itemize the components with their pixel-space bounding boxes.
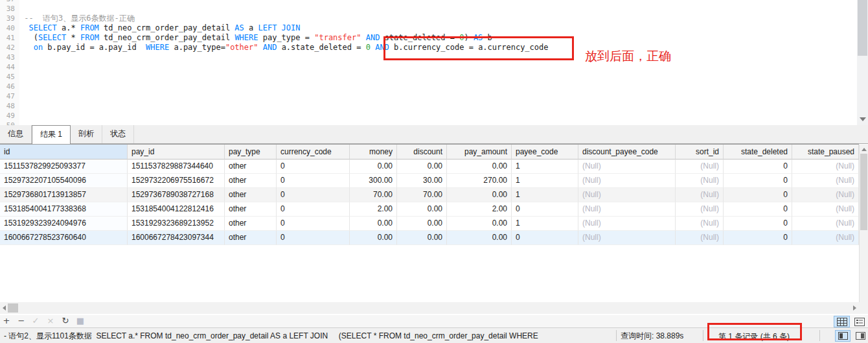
cell-discount[interactable]: 0.00 [397,231,447,245]
cell-money[interactable]: 70.00 [350,188,397,202]
cell-id[interactable]: 1529732207105540096 [0,174,128,188]
cell-discount_payee_code[interactable]: (Null) [578,202,676,217]
cell-currency_code[interactable]: 0 [277,160,350,174]
cell-state_paused[interactable]: (Null) [792,202,859,217]
cell-discount[interactable]: 70.00 [397,188,447,202]
cell-payee_code[interactable]: 1 [512,160,578,174]
cell-id[interactable]: 1531854004177338368 [0,202,128,217]
cell-sort_id[interactable]: (Null) [676,160,724,174]
stop-icon[interactable]: ■ [75,315,86,327]
cell-id[interactable]: 1600667278523760640 [0,231,128,245]
table-row[interactable]: 15318540041773383681531854004122812416ot… [0,202,859,217]
cell-currency_code[interactable]: 0 [277,202,350,217]
cell-state_deleted[interactable]: 0 [724,231,792,245]
tab-剖析[interactable]: 剖析 [71,125,102,143]
cell-discount[interactable]: 30.00 [397,174,447,188]
column-header-currency_code[interactable]: currency_code [277,145,350,160]
cell-discount[interactable]: 0.00 [397,217,447,231]
code-line[interactable]: 47 [0,91,857,101]
column-header-payee_code[interactable]: payee_code [512,145,578,160]
cell-money[interactable]: 0.00 [350,231,397,245]
cell-pay_amount[interactable]: 0.00 [447,160,512,174]
cell-state_paused[interactable]: (Null) [792,174,859,188]
grid-vscrollbar-thumb[interactable] [860,154,867,230]
cell-pay_type[interactable]: other [225,188,277,202]
cell-pay_id[interactable]: 1529736789038727168 [128,188,225,202]
table-row[interactable]: 15297368017139138571529736789038727168ot… [0,188,859,202]
cell-state_paused[interactable]: (Null) [792,231,859,245]
cell-sort_id[interactable]: (Null) [676,202,724,217]
cell-discount_payee_code[interactable]: (Null) [578,188,676,202]
column-header-money[interactable]: money [350,145,397,160]
cell-state_deleted[interactable]: 0 [724,174,792,188]
cell-pay_amount[interactable]: 0.00 [447,217,512,231]
code-line[interactable]: 38 [0,4,857,14]
column-header-discount_payee_code[interactable]: discount_payee_code [578,145,676,160]
cell-state_deleted[interactable]: 0 [724,202,792,217]
cell-state_deleted[interactable]: 0 [724,217,792,231]
code-line[interactable]: 44 [0,62,857,72]
editor-scrollbar-thumb[interactable] [858,0,867,56]
scroll-up-icon[interactable] [862,148,867,151]
table-row[interactable]: 15115378299250933771511537829887344640ot… [0,160,859,174]
editor-vertical-scrollbar[interactable] [857,0,868,125]
add-record-icon[interactable]: + [1,315,12,327]
cell-payee_code[interactable]: 0 [512,231,578,245]
cell-payee_code[interactable]: 1 [512,188,578,202]
cell-discount_payee_code[interactable]: (Null) [578,231,676,245]
cell-money[interactable]: 2.00 [350,202,397,217]
code-line[interactable]: 41 (SELECT * FROM td_neo_crm_order_pay_d… [0,33,857,43]
cell-pay_type[interactable]: other [225,174,277,188]
cell-state_paused[interactable]: (Null) [792,160,859,174]
scroll-right-icon[interactable] [853,305,856,311]
show-right-pane-toggle[interactable] [852,330,868,342]
code-line[interactable]: 48 [0,101,857,111]
column-header-id[interactable]: id [0,145,128,160]
column-header-pay_amount[interactable]: pay_amount [447,145,512,160]
code-line[interactable]: 49 [0,111,857,121]
cell-state_paused[interactable]: (Null) [792,188,859,202]
discard-changes-icon[interactable]: × [45,315,56,327]
grid-horizontal-scrollbar[interactable] [0,302,868,314]
cell-pay_id[interactable]: 1531929323689213952 [128,217,225,231]
cell-payee_code[interactable]: 1 [512,217,578,231]
cell-pay_type[interactable]: other [225,217,277,231]
form-view-toggle[interactable] [851,316,867,327]
code-line[interactable]: 40 SELECT a.* FROM td_neo_crm_order_pay_… [0,23,857,33]
cell-state_deleted[interactable]: 0 [724,160,792,174]
cell-money[interactable]: 300.00 [350,174,397,188]
code-line[interactable]: 46 [0,82,857,91]
cell-currency_code[interactable]: 0 [277,188,350,202]
column-header-sort_id[interactable]: sort_id [676,145,724,160]
sql-editor[interactable]: 373839 -- 语句3、显示6条数据-正确40 SELECT a.* FRO… [0,0,857,125]
apply-changes-icon[interactable]: ✓ [30,315,41,327]
cell-pay_amount[interactable]: 270.00 [447,174,512,188]
cell-currency_code[interactable]: 0 [277,231,350,245]
delete-record-icon[interactable]: − [16,315,27,327]
cell-sort_id[interactable]: (Null) [676,217,724,231]
tab-信息[interactable]: 信息 [0,125,32,143]
cell-sort_id[interactable]: (Null) [676,231,724,245]
grid-hscrollbar-thumb[interactable] [8,303,18,313]
code-line[interactable]: 50 [0,121,857,125]
code-line[interactable]: 42 on b.pay_id = a.pay_id WHERE a.pay_ty… [0,43,857,53]
cell-state_paused[interactable]: (Null) [792,217,859,231]
tab-状态[interactable]: 状态 [102,125,134,143]
column-header-pay_id[interactable]: pay_id [128,145,225,160]
show-left-pane-toggle[interactable] [835,330,851,342]
cell-discount_payee_code[interactable]: (Null) [578,217,676,231]
cell-discount_payee_code[interactable]: (Null) [578,160,676,174]
tab-结果 1[interactable]: 结果 1 [32,125,71,144]
code-line[interactable]: 45 [0,72,857,82]
table-row[interactable]: 15319293239240949761531929323689213952ot… [0,217,859,231]
cell-id[interactable]: 1529736801713913857 [0,188,128,202]
cell-currency_code[interactable]: 0 [277,217,350,231]
cell-pay_id[interactable]: 1511537829887344640 [128,160,225,174]
cell-discount[interactable]: 0.00 [397,202,447,217]
refresh-icon[interactable]: ↻ [60,315,71,327]
table-row[interactable]: 16006672785237606401600667278423097344ot… [0,231,859,245]
cell-payee_code[interactable]: 1 [512,174,578,188]
cell-id[interactable]: 1511537829925093377 [0,160,128,174]
scroll-left-icon[interactable] [3,305,6,311]
cell-pay_amount[interactable]: 2.00 [447,202,512,217]
